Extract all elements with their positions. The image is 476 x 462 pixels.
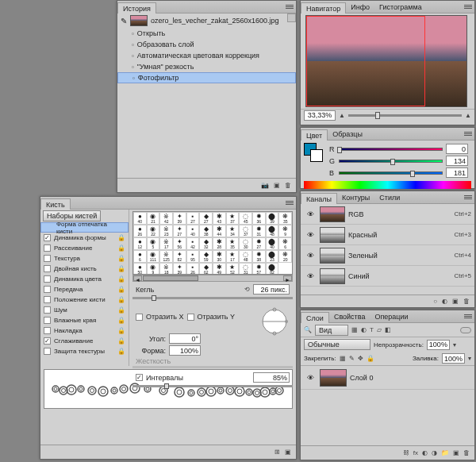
panel-menu-icon[interactable] [464,130,472,138]
history-step[interactable]: ▫Образовать слой [117,39,296,50]
brush-tip[interactable]: ◌30 [239,237,252,250]
section-checkbox[interactable] [44,348,51,355]
filter-pixel-icon[interactable]: ▦ [351,326,358,333]
adjustment-icon[interactable]: ◑ [432,449,437,456]
brush-tip[interactable]: ▪27 [186,212,200,225]
load-selection-icon[interactable]: ○ [433,298,437,305]
section-checkbox[interactable] [44,306,51,314]
brush-tip-grid[interactable]: ●40◉21※42✦39▪27◆27✱43★37◌45✸36⬤39❋35●26◉… [132,211,293,275]
navigator-viewbox[interactable] [306,16,425,106]
brush-tip[interactable]: ◌31 [239,263,252,275]
brush-section[interactable]: Двойная кисть🔒 [40,264,129,274]
brush-section[interactable]: Защита текстуры🔒 [40,346,129,356]
history-step[interactable]: ▫Открыть [117,28,296,39]
brush-tip[interactable]: ※23 [159,225,173,237]
section-checkbox[interactable] [44,244,51,252]
fill-input[interactable]: 100% [442,353,465,364]
brush-section[interactable]: Форма отпечатка кисти [40,222,129,233]
brush-tip[interactable]: ✦39 [173,263,186,275]
filter-adjust-icon[interactable]: ◐ [361,326,367,333]
section-checkbox[interactable] [44,317,51,324]
lock-transparency-icon[interactable]: ▦ [340,355,346,362]
brush-tip[interactable]: ◆62 [199,263,213,275]
brush-tip[interactable]: ◌48 [239,250,252,263]
filter-smart-icon[interactable]: ◧ [385,326,391,333]
lock-position-icon[interactable]: ✥ [358,355,363,362]
history-step[interactable]: ▫Автоматическая цветовая коррекция [117,50,296,61]
tip-grid-scrollbar[interactable]: ◄► [132,275,293,282]
layer-name[interactable]: Слой 0 [350,374,373,382]
filter-type-icon[interactable]: 🔍 [304,326,312,333]
brush-tip[interactable]: ◉5 [147,237,160,250]
brush-tip[interactable]: ✦27 [173,225,186,237]
form-input[interactable]: 100% [169,345,201,356]
eye-icon[interactable]: 👁 [307,272,314,280]
spacing-slider[interactable] [132,385,293,387]
brush-tip[interactable]: ◌45 [239,212,252,225]
section-checkbox[interactable] [44,275,51,283]
tab-paths[interactable]: Контуры [337,192,374,202]
brush-tip[interactable]: ❋35 [278,212,292,225]
save-selection-icon[interactable]: ◐ [442,298,447,305]
brush-tip[interactable]: ✦56 [173,237,186,250]
brush-section[interactable]: Передача🔒 [40,284,129,295]
channel-row[interactable]: 👁КрасныйCtrl+3 [301,225,474,245]
brush-tip[interactable]: ✸31 [252,225,266,237]
tab-brush[interactable]: Кисть [40,198,71,210]
new-layer-icon[interactable]: ▣ [453,449,459,456]
brush-tip[interactable]: ◆27 [199,212,213,225]
brush-tip[interactable]: ✱43 [213,212,226,225]
brush-tip[interactable]: ▪40 [186,225,200,237]
brush-tip[interactable]: ◉21 [147,212,160,225]
new-channel-icon[interactable]: ▣ [452,298,459,305]
dropdown-icon[interactable]: ▾ [453,341,456,348]
layer-filter-dropdown[interactable]: Вид [315,325,348,336]
b-slider[interactable] [339,171,443,175]
brush-section[interactable]: Накладка🔒 [40,325,129,336]
section-checkbox[interactable] [44,265,51,272]
flip-y-checkbox[interactable] [187,314,194,321]
brush-section[interactable]: Динамика цвета🔒 [40,274,129,284]
brush-section[interactable]: Положение кисти🔒 [40,295,129,305]
zoom-in-icon[interactable]: ▲ [465,112,471,119]
trash-icon[interactable]: 🗑 [285,182,291,189]
section-checkbox[interactable] [44,234,51,241]
brush-tip[interactable]: ✸36 [252,212,266,225]
section-checkbox[interactable] [44,286,51,293]
tab-color[interactable]: Цвет [301,129,328,141]
brush-tip[interactable]: ◆38 [199,225,213,237]
brush-tip[interactable]: ✱49 [213,263,226,275]
brush-tip[interactable]: ✸38 [252,250,266,263]
brush-tip[interactable]: ⬤40 [266,237,279,250]
brush-tip[interactable]: ※42 [159,212,173,225]
tab-histogram[interactable]: Гистограмма [374,2,427,12]
tab-styles[interactable]: Стили [374,192,405,202]
layer-row[interactable]: 👁 Слой 0 [301,366,474,390]
navigator-preview[interactable] [305,15,467,107]
eye-icon[interactable]: 👁 [307,231,314,239]
filter-toggle[interactable] [460,327,471,333]
brush-tip[interactable]: ⬤48 [266,225,279,237]
b-input[interactable]: 181 [446,167,468,178]
panel-menu-icon[interactable] [286,199,294,207]
camera-icon[interactable]: 📷 [261,182,269,189]
history-step[interactable]: ▫Фотофильтр [117,72,296,83]
layer-thumb[interactable] [320,369,347,387]
angle-input[interactable]: 0° [169,333,201,344]
brush-tip[interactable]: ⬤82 [266,263,279,275]
brush-tip[interactable]: ✸27 [252,237,266,250]
size-slider[interactable] [132,297,293,299]
link-icon[interactable]: ⛓ [403,449,409,456]
r-slider[interactable] [339,148,443,151]
tab-channels[interactable]: Каналы [301,193,337,204]
history-source[interactable]: ✎ ozero_les_vecher_zakat_2560x1600.jpg [117,13,296,28]
tab-navigator[interactable]: Навигатор [301,2,346,13]
section-checkbox[interactable] [44,337,51,345]
brush-tip[interactable]: ◆32 [199,237,213,250]
brush-tip[interactable]: ❋20 [278,250,292,263]
brush-tip[interactable]: ●6 [133,250,147,263]
tab-properties[interactable]: Свойства [329,311,370,321]
dropdown-icon[interactable]: ▾ [468,355,471,362]
brush-tip[interactable]: ※18 [159,263,173,275]
brush-tip[interactable]: ✱44 [213,225,226,237]
